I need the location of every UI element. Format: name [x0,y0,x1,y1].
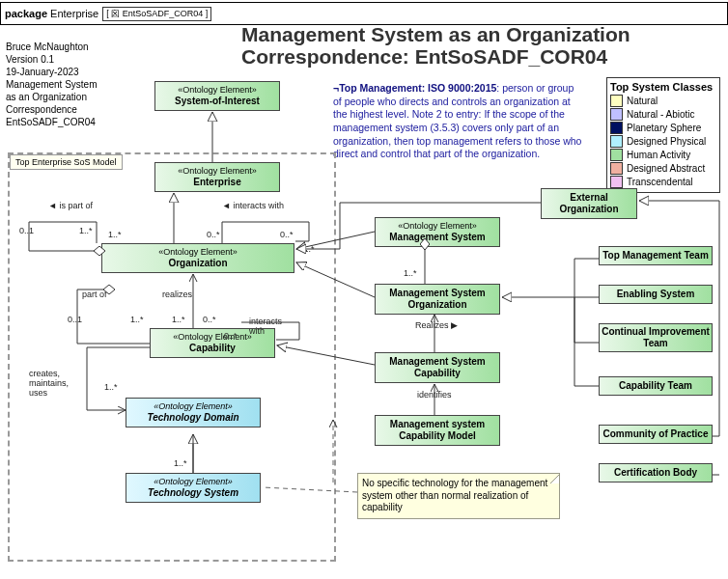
mult: 0..1 [19,226,34,235]
label-is-part-of: ◄ is part of [48,201,93,210]
mult: 0..1 [68,315,82,324]
label-partof: part of [82,290,107,299]
top-management-definition: ¬Top Management: ISO 9000:2015: person o… [333,82,584,161]
mult: 1..* [79,226,93,235]
mult: 1..* [108,230,122,239]
label-interacts2: interacts with [249,317,292,336]
class-es[interactable]: Enabling System [599,285,713,304]
class-organization[interactable]: «Ontology Element»Organization [101,243,294,273]
label-Realizes: Realizes ▶ [415,320,458,330]
label-identifies: identifies [417,390,452,400]
class-cop[interactable]: Community of Practice [599,425,713,444]
class-system-of-interest[interactable]: «Ontology Element»System-of-Interest [154,81,280,111]
mult: 0..* [207,230,220,239]
meta-block: Bruce McNaughton Version 0.1 19-January-… [6,41,98,128]
class-mso[interactable]: Management System Organization [375,284,500,315]
class-enterprise[interactable]: «Ontology Element»Enterprise [154,162,280,192]
class-technology-domain[interactable]: «Ontology Element»Technology Domain [126,398,261,427]
class-management-system[interactable]: «Ontology Element»Management System [375,217,500,247]
mult: 1..* [104,382,118,392]
label-cmu: creates, maintains, uses [29,369,77,398]
mult: 1..* [404,268,417,278]
mult: 1..* [172,315,185,324]
package-header: package Enterprise [ 囟 EntSoSADF_COR04 ] [0,2,728,25]
diagram-title: Management System as an OrganizationCorr… [241,23,630,68]
class-msc[interactable]: Management System Capability [375,352,500,383]
legend: Top System Classes Natural Natural - Abi… [606,77,720,193]
technology-note: No specific technology for the managemen… [357,473,560,519]
mult: 1..* [130,315,144,324]
class-external-org[interactable]: External Organization [541,188,637,219]
class-cb[interactable]: Certification Body [599,463,713,482]
mult: 0..* [203,315,216,324]
package-icon: [ 囟 EntSoSADF_COR04 ] [102,7,211,21]
class-cit[interactable]: Continual Improvement Team [599,323,713,352]
label-interacts: ◄ interacts with [222,201,284,210]
class-technology-system[interactable]: «Ontology Element»Technology System [126,473,261,503]
mult: 0..* [224,331,238,341]
class-ct[interactable]: Capability Team [599,376,713,396]
mult: 1..* [174,458,187,468]
class-tmt[interactable]: Top Management Team [599,246,713,265]
sos-frame-label: Top Enterprise SoS Model [10,154,123,170]
mult: 1..* [301,244,315,254]
label-realizes: realizes [162,290,192,299]
mult: 0..* [280,230,294,239]
class-mscm[interactable]: Management system Capability Model [375,415,500,446]
